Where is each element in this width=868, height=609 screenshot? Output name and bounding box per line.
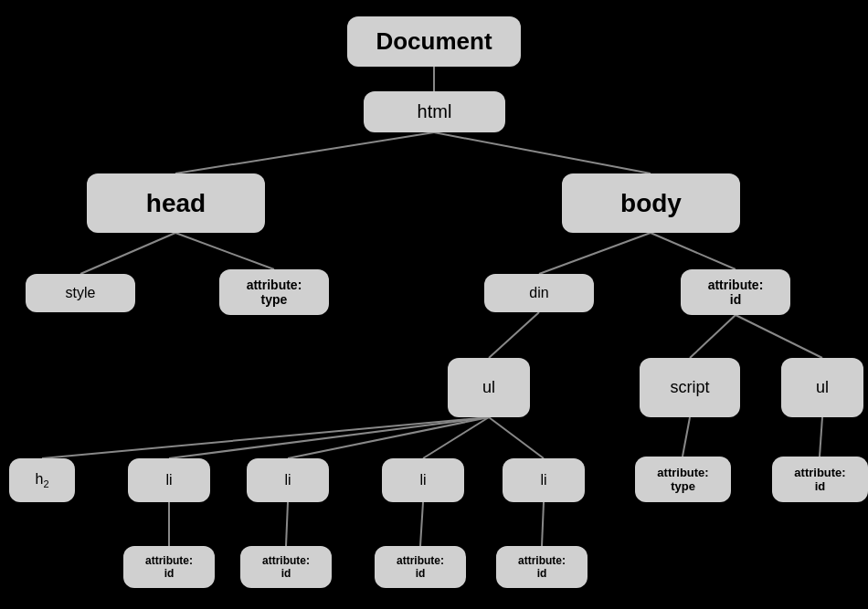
node-attr-id-body: attribute:id: [681, 269, 790, 315]
node-attr-id-li4: attribute:id: [496, 546, 587, 588]
svg-line-16: [820, 417, 822, 457]
li3-label: li: [419, 472, 426, 488]
attr-id-ul-label: attribute:id: [794, 466, 845, 493]
node-ul-body: ul: [781, 358, 863, 417]
svg-line-4: [175, 233, 274, 269]
svg-line-14: [489, 417, 544, 458]
document-label: Document: [376, 27, 492, 56]
ul-body-label: ul: [816, 378, 829, 397]
li2-label: li: [284, 472, 291, 488]
attr-id-body-label: attribute:id: [708, 278, 764, 307]
attr-id-li2-label: attribute:id: [262, 554, 310, 580]
node-din: din: [484, 274, 594, 312]
node-html: html: [364, 91, 505, 132]
node-attr-id-li3: attribute:id: [375, 546, 466, 588]
head-label: head: [146, 189, 206, 218]
node-ul-din: ul: [448, 358, 530, 417]
din-label: din: [529, 285, 548, 301]
attr-id-li4-label: attribute:id: [518, 554, 566, 580]
svg-line-13: [423, 417, 489, 458]
li4-label: li: [540, 472, 546, 488]
body-label: body: [620, 189, 682, 218]
svg-line-18: [286, 502, 288, 546]
node-attr-id-ul: attribute:id: [772, 457, 868, 502]
node-script: script: [640, 358, 740, 417]
html-label: html: [418, 101, 452, 122]
style-label: style: [66, 285, 96, 301]
node-li-2: li: [247, 458, 329, 502]
node-h2: h2: [9, 458, 75, 502]
node-document: Document: [347, 16, 521, 67]
script-label: script: [670, 378, 709, 397]
node-attr-type-head: attribute:type: [219, 269, 329, 315]
node-attr-id-li2: attribute:id: [240, 546, 332, 588]
svg-line-8: [690, 315, 736, 358]
h2-label: h2: [35, 471, 48, 489]
node-li-4: li: [503, 458, 585, 502]
svg-line-3: [80, 233, 175, 274]
node-body: body: [562, 173, 740, 233]
svg-line-20: [542, 502, 544, 546]
node-head: head: [87, 173, 265, 233]
svg-line-15: [683, 417, 690, 457]
node-attr-id-li1: attribute:id: [123, 546, 215, 588]
svg-line-7: [489, 312, 539, 358]
svg-line-5: [539, 233, 651, 274]
svg-line-19: [420, 502, 423, 546]
attr-id-li1-label: attribute:id: [145, 554, 193, 580]
svg-line-6: [651, 233, 736, 269]
svg-line-9: [736, 315, 822, 358]
svg-line-11: [169, 417, 489, 458]
svg-line-12: [288, 417, 489, 458]
ul-din-label: ul: [482, 378, 495, 397]
li1-label: li: [165, 472, 172, 488]
node-style: style: [26, 274, 135, 312]
node-attr-type-script: attribute:type: [635, 457, 731, 502]
attr-type-head-label: attribute:type: [247, 278, 302, 307]
svg-line-10: [42, 417, 489, 458]
node-li-1: li: [128, 458, 210, 502]
node-li-3: li: [382, 458, 464, 502]
svg-line-2: [434, 132, 651, 173]
attr-id-li3-label: attribute:id: [397, 554, 444, 580]
svg-line-1: [175, 132, 434, 173]
attr-type-script-label: attribute:type: [657, 466, 708, 493]
dom-tree: Document html head body style attribute:…: [0, 0, 868, 609]
